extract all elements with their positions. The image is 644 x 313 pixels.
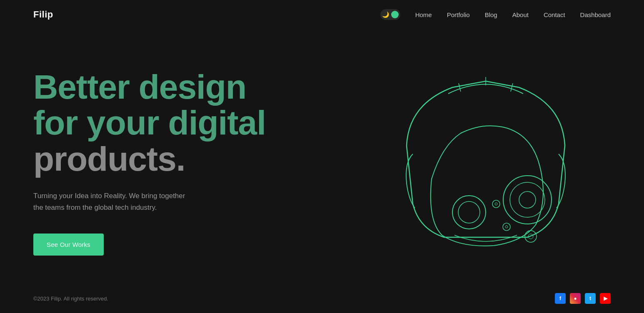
svg-point-6 (495, 203, 497, 205)
svg-point-1 (510, 182, 545, 217)
social-icons: f ● t ▶ (555, 293, 611, 304)
nav-blog[interactable]: Blog (485, 11, 497, 18)
svg-point-5 (492, 200, 500, 208)
svg-point-2 (519, 191, 536, 208)
site-logo: Filip (33, 9, 53, 20)
svg-point-7 (503, 223, 510, 231)
nav-portfolio[interactable]: Portfolio (447, 11, 470, 18)
nav-home[interactable]: Home (415, 11, 432, 18)
facebook-icon[interactable]: f (555, 293, 566, 304)
moon-icon: 🌙 (382, 11, 389, 18)
hero-content: Better design for your digital products.… (33, 69, 266, 255)
svg-point-3 (452, 196, 486, 229)
footer-copyright: ©2023 Filip. All rights reserved. (33, 296, 108, 302)
hero-headline: Better design for your digital products. (33, 69, 266, 176)
cta-button[interactable]: See Our Works (33, 234, 104, 256)
nav-right: 🌙 Home Portfolio Blog About Contact Dash… (380, 9, 611, 20)
headline-line1: Better design (33, 68, 246, 106)
header: Filip 🌙 Home Portfolio Blog About Contac… (0, 0, 644, 29)
svg-point-4 (458, 201, 480, 223)
svg-point-8 (505, 226, 508, 228)
nav-dashboard[interactable]: Dashboard (580, 11, 611, 18)
theme-toggle[interactable]: 🌙 (380, 9, 400, 20)
nav-contact[interactable]: Contact (544, 11, 565, 18)
headline-line2: for your digital (33, 104, 266, 142)
svg-point-0 (503, 176, 552, 224)
footer: ©2023 Filip. All rights reserved. f ● t … (0, 284, 644, 313)
hero-section: Better design for your digital products.… (0, 29, 644, 271)
robot-svg (377, 62, 594, 262)
headline-line3: products. (33, 140, 185, 178)
hero-subtext: Turning your Idea into Reality. We bring… (33, 190, 250, 214)
hero-illustration (361, 58, 611, 266)
nav-about[interactable]: About (512, 11, 529, 18)
twitter-icon[interactable]: t (585, 293, 596, 304)
youtube-icon[interactable]: ▶ (600, 293, 611, 304)
toggle-knob (391, 11, 399, 18)
main-nav: Home Portfolio Blog About Contact Dashbo… (415, 11, 611, 18)
instagram-icon[interactable]: ● (570, 293, 581, 304)
